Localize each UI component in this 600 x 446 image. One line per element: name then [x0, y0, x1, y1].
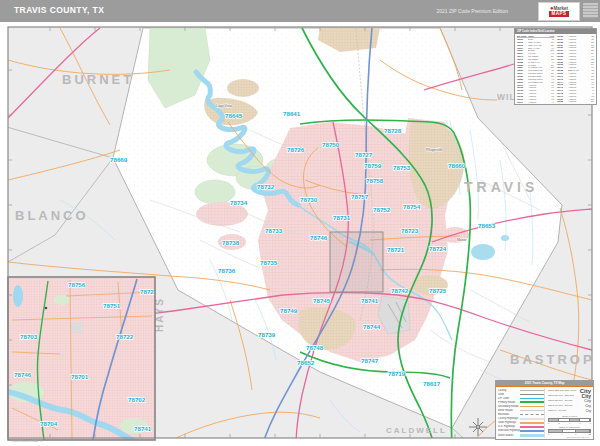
- legend-note: www.MarketMAPS.com: [548, 436, 591, 438]
- county-label: BURNET: [62, 72, 134, 87]
- title-bar: TRAVIS COUNTY, TX 2021 ZIP Code Premium …: [0, 0, 600, 24]
- zip-label: 78721: [387, 246, 405, 253]
- zip-label: 78723: [401, 227, 419, 234]
- zip-label: 78754: [403, 203, 421, 210]
- inset-zip-label: 78741: [134, 425, 152, 432]
- zip-table-body: ZIP CodeNameGrid78610BUDAJ678612CEDAR CR…: [515, 34, 596, 105]
- zip-label: 78733: [265, 227, 283, 234]
- inset-zip-label: 78751: [103, 302, 121, 309]
- zip-label: 78738: [222, 239, 240, 246]
- zip-table-row: 78719AUSTINH8: [517, 103, 554, 105]
- zip-label: 78734: [230, 199, 248, 206]
- inset-zip-label: 78722: [116, 333, 134, 340]
- zip-label: 78757: [351, 193, 369, 200]
- zip-label: 78653: [478, 222, 496, 229]
- county-label: BLANCO: [15, 208, 89, 223]
- zip-label: 78641: [283, 110, 301, 117]
- inset-zip-label: 78704: [40, 420, 58, 427]
- zip-label: 78727: [355, 151, 373, 158]
- zip-label: 78739: [258, 331, 276, 338]
- zip-label: 78660: [448, 162, 466, 169]
- zip-label: 78731: [333, 214, 351, 221]
- inset-zip-label: 78746: [14, 371, 32, 378]
- legend-right-column: Cities 250,000 and AboveCityCities 50,00…: [544, 388, 591, 438]
- map-page: AustinPflugervilleManorLago Vista BURNET…: [0, 0, 600, 446]
- zip-label: 78753: [393, 164, 411, 171]
- zip-label: 78725: [429, 287, 447, 294]
- county-label: CALDWELL: [386, 426, 447, 435]
- zip-label: 78726: [287, 146, 305, 153]
- inset-zip-label: 78702: [128, 396, 146, 403]
- zip-label: 78736: [218, 267, 236, 274]
- zip-label: 78749: [280, 307, 298, 314]
- inset-zip-label: 78701: [71, 373, 89, 380]
- edition-label: 2021 ZIP Code Premium Edition: [436, 0, 508, 22]
- zip-label: 78750: [322, 141, 340, 148]
- zip-label: 78735: [260, 259, 278, 266]
- inset-zip-label: 78703: [20, 333, 38, 340]
- zip-label: 78645: [225, 112, 243, 119]
- inset-map[interactable]: 7875678723787517870378722787467870178702…: [8, 277, 158, 444]
- zip-label: 78669: [110, 156, 128, 163]
- zip-label: 78745: [313, 297, 331, 304]
- logo-brand-bottom: MAPS: [549, 11, 568, 17]
- zip-label: 78741: [361, 297, 379, 304]
- scale-bar-miles: Scale in Miles 02468: [548, 415, 591, 425]
- austin-city-dot: [45, 307, 47, 309]
- city-label: Lago Vista: [216, 104, 232, 108]
- inset-coverage-box: [330, 232, 383, 292]
- zip-label: 78732: [257, 183, 275, 190]
- barcode: [583, 3, 598, 18]
- marketmaps-logo: ●Market MAPS: [538, 2, 580, 21]
- legend-city-sizes: Cities 250,000 and AboveCityCities 50,00…: [548, 388, 591, 413]
- zip-code-index-table[interactable]: ZIP Code Index/Grid Locator ZIP CodeName…: [514, 28, 597, 105]
- map-legend: 2021 Travis County, TX Map CountyStateZI…: [495, 380, 594, 440]
- zip-label: 78746: [310, 234, 328, 241]
- city-label: Pflugerville: [426, 148, 443, 152]
- page-title: TRAVIS COUNTY, TX: [14, 0, 104, 21]
- county-label: TRAVIS: [464, 179, 538, 195]
- copyright-note: ©2021 MarketMAPS: [10, 439, 42, 443]
- zip-label: 78652: [297, 359, 315, 366]
- city-label: Manor: [457, 238, 467, 242]
- zip-label: 78752: [373, 206, 391, 213]
- zip-label: 78724: [429, 245, 447, 252]
- zip-label: 78742: [391, 287, 409, 294]
- legend-city-size-row: Cities 0 - 10,000City: [548, 408, 591, 413]
- zip-label: 78730: [300, 196, 318, 203]
- zip-label: 78759: [364, 162, 382, 169]
- zip-label: 78758: [366, 177, 384, 184]
- zip-label: 78747: [361, 357, 379, 364]
- zip-table-row: 78753AUSTIND8: [557, 103, 594, 105]
- inset-campus: [70, 322, 83, 333]
- inset-zip-label: 78756: [68, 281, 86, 288]
- legend-items: CountyStateZIP CodePrimary RoadsSecondar…: [498, 388, 544, 438]
- legend-item: Water Bodies: [498, 433, 544, 437]
- zip-label: 78617: [423, 380, 441, 387]
- zip-label: 78748: [306, 344, 324, 351]
- zip-label: 78719: [388, 370, 406, 377]
- zip-label: 78744: [363, 323, 381, 330]
- county-label: BASTROP: [510, 352, 595, 367]
- scale-bar-km: Scale in Kilometers 04812: [548, 426, 591, 436]
- zip-label: 78728: [384, 127, 402, 134]
